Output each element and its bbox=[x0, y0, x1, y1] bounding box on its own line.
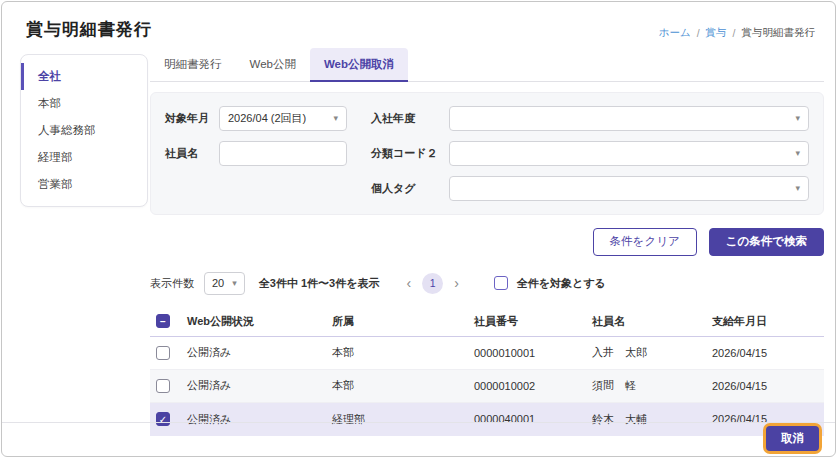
select-all-control[interactable]: 全件を対象とする bbox=[494, 276, 606, 291]
row-checkbox[interactable] bbox=[156, 379, 170, 393]
row-checkbox[interactable] bbox=[156, 346, 170, 360]
cell-pay-date: 2026/04/15 bbox=[712, 413, 824, 425]
cancel-publish-button[interactable]: 取消 bbox=[766, 426, 819, 452]
target-month-select[interactable]: 2026/04 (2回目) ▾ bbox=[219, 106, 347, 131]
employee-name-label: 社員名 bbox=[165, 146, 219, 161]
page-size-label: 表示件数 bbox=[150, 276, 194, 291]
sidebar-item-accounting[interactable]: 経理部 bbox=[21, 144, 147, 171]
prev-page-icon[interactable]: ‹ bbox=[403, 275, 414, 291]
personal-tag-label: 個人タグ bbox=[371, 181, 449, 196]
page-number-button[interactable]: 1 bbox=[422, 273, 443, 294]
page-size-select[interactable]: 20 ▾ bbox=[204, 272, 245, 295]
breadcrumb-home-link[interactable]: ホーム bbox=[659, 26, 691, 40]
breadcrumb-parent-link[interactable]: 賞与 bbox=[706, 26, 727, 40]
select-all-label: 全件を対象とする bbox=[517, 276, 606, 291]
col-header-web-status: Web公開状況 bbox=[187, 314, 332, 329]
indeterminate-icon: − bbox=[160, 316, 166, 327]
filter-panel: 対象年月 2026/04 (2回目) ▾ 入社年度 ▾ 社員名 bbox=[150, 92, 824, 215]
page-size-value: 20 bbox=[212, 277, 224, 289]
next-page-icon[interactable]: › bbox=[451, 275, 462, 291]
select-all-checkbox[interactable] bbox=[494, 276, 508, 290]
chevron-down-icon: ▾ bbox=[795, 184, 800, 193]
employee-name-input[interactable] bbox=[219, 141, 347, 166]
clear-conditions-button[interactable]: 条件をクリア bbox=[593, 228, 697, 256]
chevron-down-icon: ▾ bbox=[232, 279, 237, 288]
table-row[interactable]: 公開済み 本部 0000010001 入井 太郎 2026/04/15 bbox=[150, 337, 824, 370]
cell-department: 本部 bbox=[332, 378, 474, 393]
sidebar-item-hr-general[interactable]: 人事総務部 bbox=[21, 117, 147, 144]
category-code2-label: 分類コード２ bbox=[371, 146, 449, 161]
col-header-department: 所属 bbox=[332, 314, 474, 329]
cell-web-status: 公開済み bbox=[187, 378, 332, 393]
cell-web-status: 公開済み bbox=[187, 345, 332, 360]
department-sidebar: 全社 本部 人事総務部 経理部 営業部 bbox=[20, 54, 148, 207]
category-code2-select[interactable]: ▾ bbox=[449, 141, 809, 166]
target-month-value: 2026/04 (2回目) bbox=[228, 111, 306, 126]
row-checkbox-checked[interactable]: ✓ bbox=[156, 412, 170, 426]
list-controls: 表示件数 20 ▾ 全3件中 1件〜3件を表示 ‹ 1 › 全件を対象とする bbox=[150, 272, 824, 295]
search-button[interactable]: この条件で検索 bbox=[709, 228, 824, 256]
cell-name: 鈴木 大輔 bbox=[592, 412, 712, 427]
tab-statement-issue[interactable]: 明細書発行 bbox=[150, 48, 236, 82]
cell-name: 須間 軽 bbox=[592, 378, 712, 393]
table-row[interactable]: ✓ 公開済み 経理部 0000040001 鈴木 大輔 2026/04/15 bbox=[150, 403, 824, 436]
col-header-name: 社員名 bbox=[592, 314, 712, 329]
sidebar-item-sales[interactable]: 営業部 bbox=[21, 171, 147, 198]
table-row[interactable]: 公開済み 本部 0000010002 須間 軽 2026/04/15 bbox=[150, 370, 824, 403]
col-header-employee-no: 社員番号 bbox=[474, 314, 592, 329]
hire-year-select[interactable]: ▾ bbox=[449, 106, 809, 131]
footer-action-bar: 取消 bbox=[766, 426, 819, 452]
result-count-summary: 全3件中 1件〜3件を表示 bbox=[259, 276, 380, 291]
breadcrumb-current: 賞与明細書発行 bbox=[742, 26, 816, 40]
tab-bar: 明細書発行 Web公開 Web公開取消 bbox=[150, 48, 824, 82]
col-header-pay-date: 支給年月日 bbox=[712, 314, 824, 329]
cell-web-status: 公開済み bbox=[187, 412, 332, 427]
target-month-label: 対象年月 bbox=[165, 111, 219, 126]
sidebar-item-all-company[interactable]: 全社 bbox=[21, 63, 147, 90]
table-header-row: − Web公開状況 所属 社員番号 社員名 支給年月日 bbox=[150, 307, 824, 337]
app-window: 賞与明細書発行 ホーム / 賞与 / 賞与明細書発行 全社 本部 人事総務部 経… bbox=[1, 1, 836, 457]
cell-department: 本部 bbox=[332, 345, 474, 360]
sidebar-item-honbu[interactable]: 本部 bbox=[21, 90, 147, 117]
main-content: 明細書発行 Web公開 Web公開取消 対象年月 2026/04 (2回目) ▾… bbox=[150, 48, 824, 436]
cell-employee-no: 0000010001 bbox=[474, 347, 592, 359]
footer-divider bbox=[2, 422, 835, 423]
cell-employee-no: 0000040001 bbox=[474, 413, 592, 425]
tab-web-publish-cancel[interactable]: Web公開取消 bbox=[310, 48, 408, 82]
tab-web-publish[interactable]: Web公開 bbox=[236, 48, 310, 82]
results-table: − Web公開状況 所属 社員番号 社員名 支給年月日 公開済み 本部 0000… bbox=[150, 307, 824, 436]
page-title: 賞与明細書発行 bbox=[26, 18, 152, 41]
chevron-down-icon: ▾ bbox=[795, 114, 800, 123]
chevron-down-icon: ▾ bbox=[333, 114, 338, 123]
pagination: ‹ 1 › bbox=[403, 273, 461, 294]
cell-department: 経理部 bbox=[332, 412, 474, 427]
cell-employee-no: 0000010002 bbox=[474, 380, 592, 392]
breadcrumb-separator: / bbox=[733, 27, 736, 39]
hire-year-label: 入社年度 bbox=[371, 111, 449, 126]
breadcrumb: ホーム / 賞与 / 賞与明細書発行 bbox=[659, 26, 815, 40]
cell-pay-date: 2026/04/15 bbox=[712, 380, 824, 392]
header-checkbox[interactable]: − bbox=[156, 314, 170, 328]
breadcrumb-separator: / bbox=[697, 27, 700, 39]
chevron-down-icon: ▾ bbox=[795, 149, 800, 158]
filter-actions: 条件をクリア この条件で検索 bbox=[150, 228, 824, 256]
personal-tag-select[interactable]: ▾ bbox=[449, 176, 809, 201]
cell-pay-date: 2026/04/15 bbox=[712, 347, 824, 359]
cell-name: 入井 太郎 bbox=[592, 345, 712, 360]
